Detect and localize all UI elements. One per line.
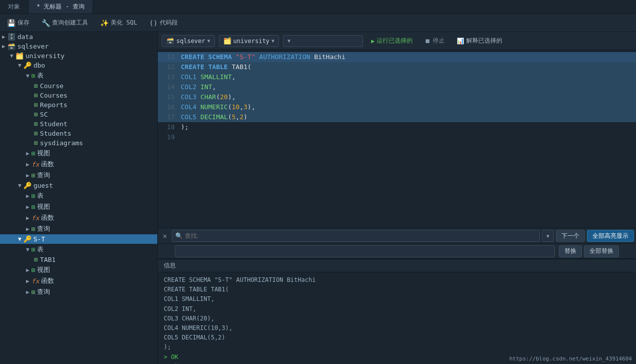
server-dropdown-arrow: ▼ [207, 38, 210, 44]
sidebar-item-guest-queries[interactable]: ▶ ⊞ 查询 [0, 223, 157, 234]
sidebar-item-dbo-views[interactable]: ▶ ⊞ 视图 [0, 148, 157, 159]
line-content-18: ); [181, 122, 636, 132]
sidebar-item-dbo-tables[interactable]: ▼ ⊞ 表 [0, 70, 157, 81]
st-tables-folder-icon: ⊞ [32, 246, 36, 253]
line-content-17: COL5 DECIMAL(5,2) [181, 112, 636, 122]
line-num-15: 15 [161, 92, 181, 102]
sidebar-item-st-funcs-label: 函数 [41, 276, 54, 285]
courses-table-icon: ⊞ [34, 92, 38, 99]
beautify-button[interactable]: ✨ 美化 SQL [97, 17, 140, 29]
db-dropdown-icon: 🗂️ [223, 37, 231, 45]
info-line-8: ); [164, 342, 630, 352]
sidebar-item-sqlsever-label: sqlsever [18, 43, 49, 50]
sidebar-item-st-views[interactable]: ▶ ⊞ 视图 [0, 264, 157, 275]
line-content-11: CREATE SCHEMA "S-T" AUTHORIZATION BitHac… [181, 52, 636, 62]
replace-label: 替换 [564, 247, 576, 255]
sidebar-item-st-tables-label: 表 [37, 245, 44, 254]
save-button[interactable]: 💾 保存 [4, 17, 33, 29]
replace-all-label: 全部替换 [589, 247, 613, 255]
sidebar-item-tab1[interactable]: ⊞ TAB1 [0, 255, 157, 264]
reports-table-icon: ⊞ [34, 101, 38, 109]
sidebar-item-reports[interactable]: ⊞ Reports [0, 100, 157, 110]
st-queries-folder-icon: ⊞ [32, 288, 36, 296]
code-editor[interactable]: 11 CREATE SCHEMA "S-T" AUTHORIZATION Bit… [158, 50, 636, 228]
sidebar-item-dbo-funcs[interactable]: ▶ fx 函数 [0, 159, 157, 170]
sidebar-item-st-queries[interactable]: ▶ ⊞ 查询 [0, 286, 157, 297]
server-dropdown[interactable]: 🗃️ sqlsever ▼ [162, 35, 215, 47]
replace-button[interactable]: 替换 [559, 245, 582, 257]
sidebar-item-course[interactable]: ⊞ Course [0, 81, 157, 91]
find-close-button[interactable]: ✕ [160, 231, 170, 241]
highlight-all-label: 全部高亮显示 [592, 232, 628, 240]
st-funcs-expand-icon: ▶ [26, 278, 30, 284]
university-expand-icon: ▼ [10, 53, 14, 59]
replace-input-wrap[interactable] [175, 245, 555, 257]
stop-button[interactable]: ⏹ 停止 [421, 35, 449, 47]
sidebar-item-dbo-queries[interactable]: ▶ ⊞ 查询 [0, 170, 157, 181]
run-button[interactable]: ▶ 运行已选择的 [367, 35, 417, 47]
tab-query[interactable]: * 无标题 - 查询 [29, 0, 93, 14]
sidebar-item-courses[interactable]: ⊞ Courses [0, 91, 157, 100]
sidebar-item-university[interactable]: ▼ 🗂️ university [0, 51, 157, 61]
sidebar-item-sysdiagrams[interactable]: ⊞ sysdiagrams [0, 138, 157, 148]
sidebar-item-guest[interactable]: ▼ 🔑 guest [0, 181, 157, 190]
sidebar-item-guest-funcs[interactable]: ▶ fx 函数 [0, 212, 157, 223]
find-input[interactable] [185, 232, 536, 239]
find-dropdown-arrow[interactable]: ▼ [542, 230, 554, 242]
tab-object[interactable]: 对象 [0, 0, 29, 14]
guest-expand-icon: ▼ [18, 182, 22, 189]
query-builder-button[interactable]: 🔧 查询创建工具 [39, 17, 91, 29]
sidebar-item-guest-views[interactable]: ▶ ⊞ 视图 [0, 201, 157, 212]
replace-input[interactable] [178, 248, 551, 255]
sqlsever-expand-icon: ▶ [2, 43, 6, 50]
sidebar-item-sqlsever[interactable]: ▶ 🗃️ sqlsever [0, 42, 157, 51]
sidebar-item-st-label: S-T [34, 235, 45, 243]
sidebar-item-sc-label: SC [40, 111, 48, 118]
query-builder-icon: 🔧 [42, 19, 50, 27]
find-input-wrap: 🔍 [172, 230, 540, 242]
info-line-time: > 时间: 0.114s [164, 362, 630, 364]
server-dropdown-label: sqlsever [176, 38, 205, 45]
database-dropdown[interactable]: 🗂️ university ▼ [219, 35, 279, 47]
sidebar-item-guest-tables[interactable]: ▶ ⊞ 表 [0, 190, 157, 201]
sidebar-item-student[interactable]: ⊞ Student [0, 119, 157, 129]
sidebar-item-reports-label: Reports [40, 101, 68, 109]
info-line-4: COL2 INT, [164, 304, 630, 314]
sidebar-item-tab1-label: TAB1 [40, 256, 56, 263]
sidebar-item-students[interactable]: ⊞ Students [0, 129, 157, 138]
info-line-2: CREATE TABLE TAB1( [164, 285, 630, 294]
guest-tables-expand-icon: ▶ [26, 193, 30, 199]
main-layout: ▶ 🗄️ data ▶ 🗃️ sqlsever ▼ 🗂️ university … [0, 32, 636, 364]
sidebar-item-course-label: Course [40, 82, 64, 90]
line-content-15: COL3 CHAR(20), [181, 92, 636, 102]
replace-all-button[interactable]: 全部替换 [584, 245, 619, 257]
sidebar-item-dbo-tables-label: 表 [37, 71, 44, 80]
code-snippet-button[interactable]: () 代码段 [146, 17, 181, 29]
sidebar-item-student-label: Student [40, 120, 68, 128]
sidebar-item-guest-views-label: 视图 [37, 202, 50, 211]
guest-funcs-expand-icon: ▶ [26, 215, 30, 221]
sidebar-item-dbo-label: dbo [34, 62, 45, 69]
highlight-all-button[interactable]: 全部高亮显示 [587, 230, 634, 242]
sidebar-item-data[interactable]: ▶ 🗄️ data [0, 32, 157, 42]
sidebar-item-st-funcs[interactable]: ▶ fx 函数 [0, 275, 157, 286]
extra-dropdown[interactable]: ▼ [283, 35, 363, 47]
guest-queries-folder-icon: ⊞ [32, 225, 36, 233]
save-icon: 💾 [7, 19, 16, 27]
line-num-16: 16 [161, 102, 181, 112]
sidebar-item-sc[interactable]: ⊞ SC [0, 110, 157, 119]
sidebar: ▶ 🗄️ data ▶ 🗃️ sqlsever ▼ 🗂️ university … [0, 32, 158, 364]
sidebar-item-st[interactable]: ▼ 🔑 S-T [0, 234, 157, 244]
sc-table-icon: ⊞ [34, 111, 38, 118]
line-num-17: 17 [161, 112, 181, 122]
find-next-label: 下一个 [561, 232, 579, 240]
right-panel: 🗃️ sqlsever ▼ 🗂️ university ▼ ▼ ▶ 运行已选择的… [158, 32, 636, 364]
st-expand-icon: ▼ [18, 236, 22, 242]
sidebar-item-dbo[interactable]: ▼ 🔑 dbo [0, 61, 157, 70]
find-next-button[interactable]: 下一个 [556, 230, 585, 242]
explain-button[interactable]: 📊 解释已选择的 [453, 35, 506, 47]
code-line-17: 17 COL5 DECIMAL(5,2) [158, 112, 636, 122]
sidebar-item-st-queries-label: 查询 [37, 287, 50, 296]
database-dropdown-arrow: ▼ [271, 38, 274, 44]
sidebar-item-st-tables[interactable]: ▼ ⊞ 表 [0, 244, 157, 255]
